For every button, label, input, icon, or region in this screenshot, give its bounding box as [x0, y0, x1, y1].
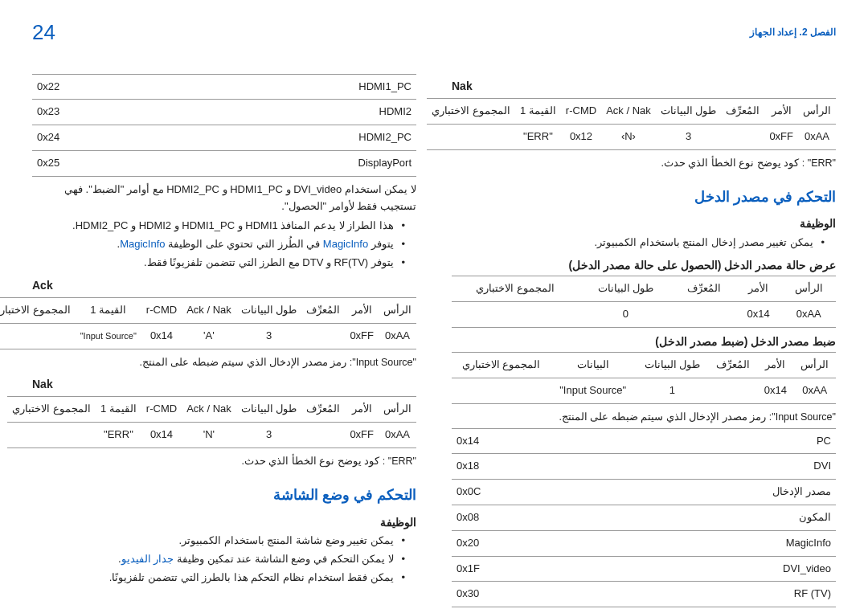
td: 0x23 [32, 100, 147, 125]
th: Ack / Nak [182, 298, 236, 324]
th: الأمر [345, 298, 379, 324]
td: DTV [567, 607, 836, 613]
err-note: "ERR" : كود يوضح نوع الخطأ الذي حدث. [452, 155, 836, 171]
th: المُعرِّف [709, 352, 757, 378]
nak-table-2: الرأس الأمر المُعرِّف طول البيانات Ack /… [7, 396, 416, 448]
list-item: يمكن فقط استخدام نظام التحكم هذا بالطرز … [32, 570, 405, 586]
td: 'N' [182, 422, 236, 447]
td: 0xAA [781, 301, 836, 327]
set-input-heading: ضبط مصدر الدخل (ضبط مصدر الدخل) [452, 333, 836, 350]
ack-table: الرأس الأمر المُعرِّف طول البيانات Ack /… [0, 297, 416, 349]
td: 0 [579, 301, 673, 327]
column-right: Nak الرأس الأمر المُعرِّف طول البيانات A… [452, 72, 836, 613]
td: 0x14 [141, 422, 182, 447]
td: 3 [656, 124, 722, 149]
td: 3 [236, 422, 302, 447]
two-column-layout: Nak الرأس الأمر المُعرِّف طول البيانات A… [32, 72, 836, 613]
top-bar: الفصل 2. إعداد الجهاز 24 [32, 16, 836, 50]
th: المُعرِّف [673, 276, 735, 301]
td [7, 422, 96, 447]
chapter-label: الفصل 2. إعداد الجهاز [750, 25, 836, 40]
td [0, 323, 76, 349]
th: r-CMD [141, 298, 182, 324]
th: الأمر [735, 276, 782, 301]
th: الرأس [793, 352, 836, 378]
list-item: يتوفر RF(TV) و DTV مع الطرز التي تتضمن ت… [32, 255, 405, 272]
video-wall-link: جدار الفيديو [121, 553, 174, 565]
td: DVI [567, 454, 836, 480]
td: RF (TV) [567, 582, 836, 607]
td: 0x14 [452, 428, 567, 454]
td: المكون [567, 505, 836, 530]
set-input-table: الرأس الأمر المُعرِّف طول البيانات البيا… [452, 352, 836, 404]
th: المجموع الاختباري [452, 276, 579, 301]
th: المُعرِّف [721, 98, 764, 124]
td: 'A' [182, 323, 236, 349]
function-heading-2: الوظيفة [32, 513, 416, 531]
td: مصدر الإدخال [567, 480, 836, 505]
th: Ack / Nak [601, 98, 656, 124]
td: 0xFF [345, 422, 379, 447]
td: 0x12 [561, 124, 601, 149]
th: الأمر [757, 352, 793, 378]
td: 0x14 [757, 378, 793, 403]
td: 0x24 [32, 125, 147, 151]
th: الرأس [379, 397, 416, 423]
th: الرأس [781, 276, 836, 301]
td: 0xAA [379, 422, 416, 447]
td [301, 323, 345, 349]
th: المجموع الاختباري [427, 98, 515, 124]
text: يتوفر [368, 238, 394, 250]
th: طول البيانات [236, 397, 302, 423]
td: 0xFF [764, 124, 798, 149]
td: 0x40 [452, 607, 567, 613]
notes-list: هذا الطراز لا يدعم المنافذ HDMI1 و HDMI1… [32, 218, 416, 271]
td: 0x14 [735, 301, 782, 327]
page-root: الفصل 2. إعداد الجهاز 24 Nak الرأس الأمر… [0, 0, 868, 613]
page-number: 24 [32, 16, 55, 50]
td: 0x08 [452, 505, 567, 530]
function-heading: الوظيفة [452, 215, 836, 232]
td: 3 [236, 323, 302, 349]
td: 0xFF [345, 323, 379, 349]
td: HDMI2 [147, 100, 416, 125]
view-state-table: الرأس الأمر المُعرِّف طول البيانات المجم… [452, 276, 836, 328]
list-item: لا يمكن التحكم في وضع الشاشة عند تمكين و… [32, 551, 405, 568]
column-left: HDMI1_PC0x22 HDMI20x23 HDMI2_PC0x24 Disp… [32, 72, 416, 613]
td [452, 301, 579, 327]
text: لا يمكن التحكم في وضع الشاشة عند تمكين و… [174, 553, 394, 565]
td: "ERR" [96, 422, 141, 447]
td: 0xAA [793, 378, 836, 403]
th: طول البيانات [636, 352, 709, 378]
ack-heading: Ack [32, 276, 416, 294]
td: "Input Source" [76, 323, 141, 349]
th: الرأس [798, 98, 836, 124]
td [301, 422, 345, 447]
th: الرأس [379, 298, 416, 324]
td: 1 [636, 378, 709, 403]
nak-heading: Nak [452, 77, 836, 95]
td: ‹N› [601, 124, 656, 149]
th: Ack / Nak [182, 397, 236, 423]
th: المجموع الاختباري [0, 298, 76, 324]
td: MagicInfo [567, 530, 836, 556]
th: المجموع الاختباري [7, 397, 96, 423]
note-para: لا يمكن استخدام DVI_video و HDMI1_PC و H… [32, 182, 416, 215]
td: DVI_video [567, 556, 836, 582]
input-codes-table-2: HDMI1_PC0x22 HDMI20x23 HDMI2_PC0x24 Disp… [32, 74, 416, 177]
th: البيانات [551, 352, 636, 378]
td: DisplayPort [147, 150, 416, 176]
th: r-CMD [561, 98, 601, 124]
th: الأمر [345, 397, 379, 423]
err-note-2: "ERR" : كود يوضح نوع الخطأ الذي حدث. [32, 453, 416, 469]
screen-mode-heading: التحكم في وضع الشاشة [32, 484, 416, 507]
nak-table: الرأس الأمر المُعرِّف طول البيانات Ack /… [427, 98, 836, 150]
magicinfo-link: MagicInfo [120, 238, 165, 250]
screen-func-list: يمكن تغيير وضع شاشة المنتج باستخدام الكم… [32, 533, 416, 586]
td: 0x20 [452, 530, 567, 556]
td: 0x14 [141, 323, 182, 349]
td: 0x1F [452, 556, 567, 582]
td: 0x25 [32, 150, 147, 176]
th: القيمة 1 [515, 98, 561, 124]
view-state-heading: عرض حالة مصدر الدخل (الحصول على حالة مصد… [452, 256, 836, 274]
